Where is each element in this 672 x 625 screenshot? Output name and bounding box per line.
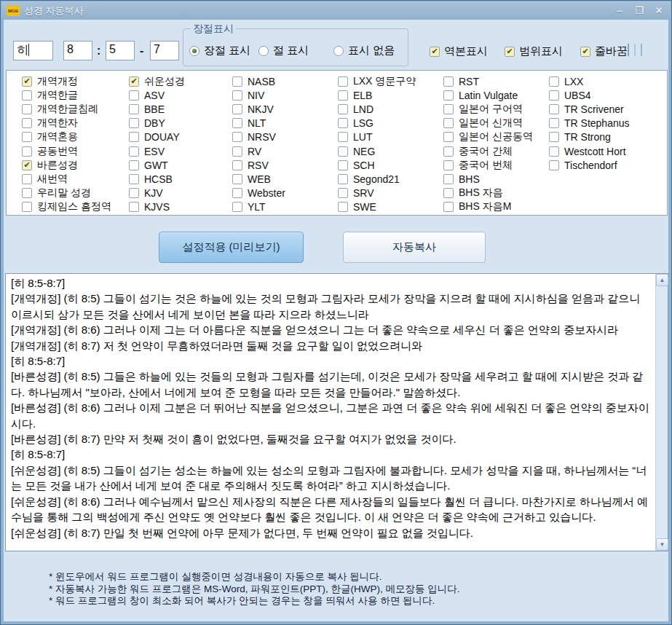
version-checkbox-item[interactable]: RST [443,74,533,88]
version-checkbox-item[interactable]: NASB [232,74,285,88]
toggle-2[interactable]: ✔범위표시 [505,44,563,58]
toggle-1[interactable]: ✔역본표시 [430,44,488,58]
version-checkbox-item[interactable]: 공동번역 [22,144,111,158]
version-checkbox-item[interactable]: ELB [338,88,416,102]
radio-option[interactable]: 장절 표시 [189,44,258,58]
version-label: ASV [144,90,165,101]
version-checkbox-item[interactable]: LND [338,102,416,116]
verse-start-input[interactable]: 5 [106,41,135,60]
maximize-button[interactable]: ❐ [633,5,645,16]
version-checkbox-item[interactable]: 개역한글침례 [22,102,111,116]
version-checkbox-item[interactable]: BHS [443,172,533,186]
version-checkbox-item[interactable]: LSG [338,117,416,130]
version-checkbox-item[interactable]: ✔바른성경 [22,158,111,172]
version-checkbox-item[interactable]: 우리말 성경 [22,186,111,200]
version-checkbox-item[interactable]: 개역한글 [22,88,111,102]
autocopy-button[interactable]: 자동복사 [343,232,486,263]
verse-end-input[interactable]: 7 [150,41,179,60]
chapter-input[interactable]: 8 [63,41,92,60]
radio-option[interactable]: 표시 없음 [333,44,395,58]
version-checkbox-item[interactable]: NKJV [232,102,285,116]
version-label: 개역개정 [37,75,78,88]
version-checkbox-item[interactable]: YLT [232,200,285,214]
version-checkbox-item[interactable]: WEB [232,172,285,186]
version-checkbox-item[interactable]: Latin Vulgate [443,88,533,102]
radio-option[interactable]: 절 표시 [258,44,333,58]
version-checkbox-item[interactable]: ✔개역개정 [22,74,111,88]
colon-separator: : [97,44,100,58]
version-checkbox-item[interactable]: 중국어 간체 [443,144,533,158]
version-checkbox-item[interactable]: LUT [338,130,416,144]
version-checkbox-item[interactable]: HCSB [129,172,185,186]
scroll-down-icon[interactable]: ▼ [656,538,668,551]
version-checkbox-item[interactable]: KJV [129,186,185,200]
minimize-button[interactable]: – [614,5,625,16]
version-checkbox-item[interactable]: 개역혼용 [22,130,111,144]
version-checkbox-item[interactable]: ✔쉬운성경 [129,74,185,88]
version-checkbox-item[interactable]: DOUAY [129,130,185,144]
version-checkbox-item[interactable]: SWE [338,200,416,214]
version-label: NEG [353,146,375,157]
scroll-up-icon[interactable]: ▲ [656,274,668,286]
version-checkbox-item[interactable]: Tischendorf [549,158,630,172]
checkbox-icon [443,188,454,198]
version-checkbox-item[interactable]: ASV [129,88,185,102]
version-checkbox-item[interactable]: GWT [129,158,185,172]
version-checkbox-item[interactable]: NRSV [232,130,285,144]
version-checkbox-item[interactable]: RV [232,144,285,158]
verse-display-options: 장절 표시절 표시표시 없음 [189,44,405,58]
version-column: RSTLatin Vulgate일본어 구어역일본어 신개역일본어 신공동역중국… [443,74,533,214]
version-label: BHS [459,173,480,185]
book-input[interactable]: 히 [13,41,53,60]
version-label: 일본어 신개역 [459,117,523,130]
version-checkbox-item[interactable]: DBY [129,117,185,130]
version-checkbox-item[interactable]: NEG [338,144,416,158]
version-label: 바른성경 [37,159,78,172]
version-checkbox-item[interactable]: Westcott Hort [549,144,630,158]
version-label: 개역한글 [37,89,78,102]
version-checkbox-item[interactable]: 개역한자 [22,117,111,130]
version-checkbox-item[interactable]: SRV [338,186,416,200]
version-checkbox-item[interactable]: 새번역 [22,172,111,186]
version-checkbox-item[interactable]: TR Stephanus [549,117,630,130]
version-checkbox-item[interactable]: 일본어 신개역 [443,117,533,130]
checkbox-icon [443,174,454,184]
version-checkbox-item[interactable]: NLT [232,117,285,130]
close-button[interactable]: ✕ [653,5,665,16]
version-label: NKJV [248,103,274,115]
toggle-3[interactable]: ✔줄바꿈 [580,44,628,58]
checkbox-icon [549,160,559,170]
version-label: 공동번역 [37,145,78,158]
version-checkbox-item[interactable]: 일본어 신공동역 [443,130,533,144]
version-checkbox-item[interactable]: LXX [549,74,630,88]
version-checkbox-item[interactable]: BHS 자음 [443,186,533,200]
version-checkbox-item[interactable]: TR Scrivener [549,102,630,116]
checkbox-icon [338,76,348,87]
version-checkbox-item[interactable]: UBS4 [549,88,630,102]
version-checkbox-item[interactable]: 중국어 번체 [443,158,533,172]
version-label: LND [353,103,373,115]
version-checkbox-item[interactable]: ESV [129,144,185,158]
checkbox-icon: ✔ [22,160,32,170]
version-checkbox-item[interactable]: BHS 자음M [443,200,533,214]
version-checkbox-item[interactable]: NIV [232,88,285,102]
output-scrollbar[interactable]: ▲ ▼ [655,274,668,551]
version-checkbox-item[interactable]: 일본어 구어역 [443,102,533,116]
version-checkbox-item[interactable]: BBE [129,102,185,116]
version-label: SRV [353,187,374,199]
version-checkbox-item[interactable]: LXX 영문구약 [338,74,416,88]
checkbox-icon [129,90,139,101]
version-checkbox-item[interactable]: Webster [232,186,285,200]
version-label: YLT [248,201,266,213]
version-label: DBY [144,117,165,129]
output-text[interactable]: [히 8:5-8:7] [개역개정] (히 8:5) 그들이 섬기는 것은 하늘… [6,274,655,551]
version-checkbox-item[interactable]: KJVS [129,200,185,214]
version-checkbox-item[interactable]: Segond21 [338,172,416,186]
version-checkbox-item[interactable]: 킹제임스 흠정역 [22,200,111,214]
version-checkbox-item[interactable]: RSV [232,158,285,172]
toggle-label: 범위표시 [519,44,563,58]
apply-preview-button[interactable]: 설정적용 (미리보기) [159,232,304,263]
version-checkbox-item[interactable]: SCH [338,158,416,172]
version-label: 우리말 성경 [37,186,91,200]
version-checkbox-item[interactable]: TR Strong [549,130,630,144]
